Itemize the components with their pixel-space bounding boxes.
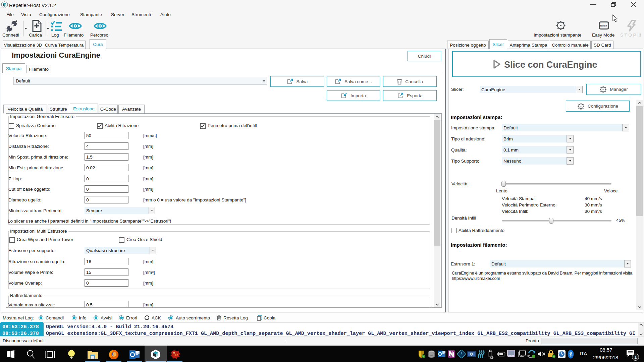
svg-text:64: 64 [175,353,178,356]
